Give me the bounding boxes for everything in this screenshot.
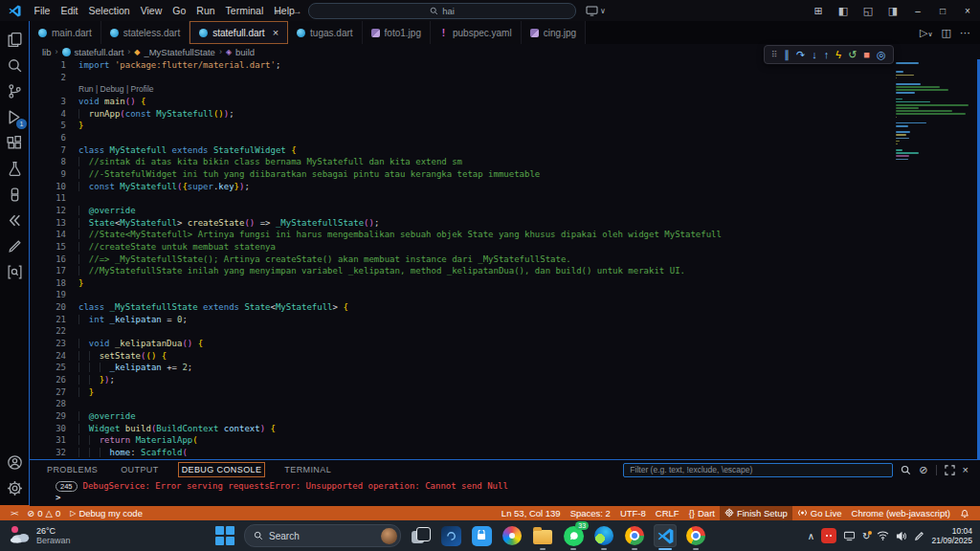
clear-console-icon[interactable]: ⊘: [919, 464, 927, 476]
customize-layout-icon[interactable]: ⊞: [806, 0, 831, 21]
file-explorer-icon[interactable]: [531, 524, 554, 547]
eol-sequence[interactable]: CRLF: [651, 505, 684, 520]
breadcrumb-item[interactable]: build: [235, 47, 255, 57]
weather-widget[interactable]: 26°C Berawan: [0, 526, 71, 545]
search-icon[interactable]: [2, 53, 27, 78]
sync-tray-icon[interactable]: ↻: [862, 531, 870, 541]
tab-foto1.jpg[interactable]: foto1.jpg: [363, 21, 431, 44]
encoding[interactable]: UTF-8: [615, 505, 651, 520]
filter-search-icon[interactable]: [901, 465, 911, 475]
menu-selection[interactable]: Selection: [83, 0, 135, 21]
debug-console[interactable]: 245 DebugService: Error serving requests…: [30, 479, 980, 505]
whatsapp-icon[interactable]: 33: [562, 524, 585, 547]
tab-main.dart[interactable]: main.dart: [30, 21, 101, 44]
split-editor-icon[interactable]: ◫: [942, 27, 951, 39]
stop-icon[interactable]: ■: [863, 46, 870, 63]
close-panel-icon[interactable]: ×: [963, 464, 969, 475]
codelens-actions[interactable]: Run | Debug | Profile: [78, 84, 154, 97]
close-tab-icon[interactable]: ×: [273, 27, 278, 38]
toggle-secondary-sidebar-icon[interactable]: ◨: [880, 0, 905, 21]
toggle-panel-icon[interactable]: ◱: [856, 0, 880, 21]
code-search-icon[interactable]: [2, 259, 27, 285]
task-view-button[interactable]: [409, 524, 432, 547]
more-actions-icon[interactable]: ⋯: [960, 27, 970, 39]
step-over-icon[interactable]: ↷: [796, 46, 805, 63]
tab-stateless.dart[interactable]: stateless.dart: [101, 21, 189, 44]
step-out-icon[interactable]: ↑: [824, 46, 830, 63]
back-arrow-icon[interactable]: ←: [274, 5, 284, 16]
panel-tab-terminal[interactable]: TERMINAL: [280, 462, 335, 477]
minimize-button[interactable]: –: [905, 0, 930, 21]
run-or-debug-button[interactable]: ▷∨: [920, 27, 933, 39]
maximize-panel-icon[interactable]: [945, 465, 955, 475]
chrome-icon[interactable]: [623, 524, 646, 547]
menu-run[interactable]: Run: [191, 0, 220, 21]
problems-indicator[interactable]: ⊘0 △0: [22, 505, 65, 520]
step-into-icon[interactable]: ↓: [812, 46, 817, 63]
tab-statefull.dart[interactable]: statefull.dart×: [189, 21, 288, 44]
volume-icon[interactable]: [896, 531, 907, 541]
source-control-icon[interactable]: [2, 78, 27, 104]
pen-tray-icon[interactable]: [914, 531, 924, 541]
testing-icon[interactable]: [2, 156, 27, 182]
vscode-taskbar-icon[interactable]: [654, 524, 677, 547]
notifications-bell-icon[interactable]: [955, 505, 974, 520]
breadcrumb-item[interactable]: statefull.dart: [75, 47, 124, 57]
bing-daily-image[interactable]: [381, 528, 397, 544]
wifi-icon[interactable]: [877, 531, 889, 540]
pen-icon[interactable]: [2, 233, 27, 259]
menu-go[interactable]: Go: [167, 0, 191, 21]
breadcrumb-item[interactable]: _MyStatefullState: [144, 47, 214, 57]
red-tray-app-icon[interactable]: [821, 528, 836, 543]
menu-terminal[interactable]: Terminal: [220, 0, 269, 21]
debug-target[interactable]: ▷ Debug my code: [65, 505, 147, 520]
menu-view[interactable]: View: [135, 0, 167, 21]
run-and-debug-icon[interactable]: 1: [2, 104, 27, 130]
hot-reload-icon[interactable]: ϟ: [835, 46, 841, 63]
finish-setup[interactable]: Finish Setup: [720, 505, 792, 520]
account-icon[interactable]: [2, 450, 27, 475]
flutter-icon[interactable]: [2, 208, 27, 233]
display-tray-icon[interactable]: [843, 531, 856, 541]
extensions-icon[interactable]: [2, 130, 27, 156]
panel-tab-debug-console[interactable]: DEBUG CONSOLE: [178, 462, 266, 477]
start-button[interactable]: [213, 524, 236, 547]
tray-expand-icon[interactable]: ∧: [808, 531, 814, 541]
panel-tab-output[interactable]: OUTPUT: [117, 462, 162, 477]
clock[interactable]: 10:04 21/09/2025: [931, 526, 972, 545]
python-icon[interactable]: [2, 182, 27, 208]
remote-indicator[interactable]: ><: [6, 505, 22, 520]
menu-file[interactable]: File: [29, 0, 56, 21]
maximize-button[interactable]: □: [930, 0, 955, 21]
language-mode[interactable]: {}Dart: [684, 505, 720, 520]
settings-gear-icon[interactable]: [2, 475, 27, 501]
taskbar-search[interactable]: Search: [244, 524, 401, 547]
command-center-search[interactable]: hai: [308, 3, 576, 19]
tab-tugas.dart[interactable]: tugas.dart: [288, 21, 362, 44]
microsoft-store-icon[interactable]: [470, 524, 493, 547]
toggle-primary-sidebar-icon[interactable]: ◧: [831, 0, 856, 21]
forward-arrow-icon[interactable]: →: [292, 5, 302, 16]
cursor-position[interactable]: Ln 53, Col 139: [497, 505, 566, 520]
minimap[interactable]: [896, 62, 970, 162]
restart-icon[interactable]: ↺: [848, 46, 857, 63]
code-editor[interactable]: 1import 'package:flutter/material.dart';…: [30, 59, 980, 459]
open-remote-window[interactable]: ∨: [586, 0, 606, 21]
edge-icon[interactable]: [592, 524, 615, 547]
explorer-icon[interactable]: [2, 27, 27, 53]
breadcrumb-item[interactable]: lib: [42, 47, 52, 57]
chrome-profile-icon[interactable]: [684, 524, 707, 547]
console-prompt[interactable]: >: [56, 493, 980, 505]
pause-icon[interactable]: ∥: [785, 46, 791, 63]
tab-pubspec.yaml[interactable]: !pubspec.yaml: [431, 21, 522, 44]
panel-tab-problems[interactable]: PROBLEMS: [43, 462, 101, 477]
debug-filter-input[interactable]: [623, 463, 893, 477]
menu-edit[interactable]: Edit: [56, 0, 83, 21]
debug-browser-target[interactable]: Chrome (web-javascript): [847, 505, 955, 520]
blue-app-icon[interactable]: [439, 524, 462, 547]
go-live[interactable]: Go Live: [792, 505, 847, 520]
inspect-icon[interactable]: ◎: [877, 46, 886, 63]
photos-icon[interactable]: [501, 524, 523, 547]
tab-cing.jpg[interactable]: cing.jpg: [522, 21, 586, 44]
indentation[interactable]: Spaces: 2: [566, 505, 615, 520]
